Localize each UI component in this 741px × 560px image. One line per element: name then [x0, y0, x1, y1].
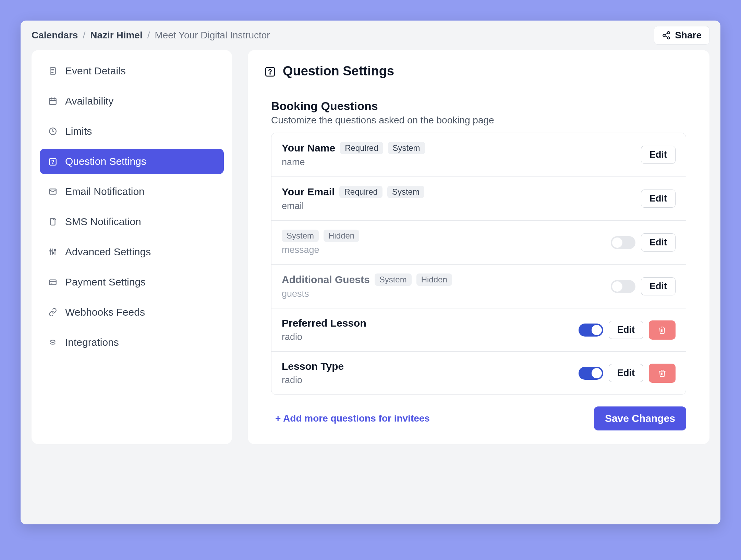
- question-title-line: Additional GuestsSystemHidden: [282, 273, 452, 286]
- question-field-name: radio: [282, 332, 366, 342]
- calendar-question-icon: [264, 65, 276, 77]
- question-actions: Edit: [611, 233, 676, 252]
- question-info: Additional GuestsSystemHiddenguests: [282, 273, 452, 299]
- delete-question-button[interactable]: [649, 320, 676, 340]
- badge-system: System: [375, 273, 412, 286]
- sidebar-item-event-details[interactable]: Event Details: [40, 58, 224, 84]
- edit-question-button[interactable]: Edit: [609, 364, 643, 382]
- edit-question-button[interactable]: Edit: [641, 233, 676, 252]
- toggle-knob: [592, 368, 602, 378]
- main-panel: Question Settings Booking Questions Cust…: [248, 50, 709, 444]
- section-booking-questions: Booking Questions Customize the question…: [264, 87, 693, 430]
- svg-rect-9: [49, 98, 56, 104]
- add-question-link[interactable]: + Add more questions for invitees: [275, 413, 430, 424]
- sidebar-item-label: SMS Notification: [65, 216, 141, 228]
- layers-icon: [48, 338, 58, 347]
- breadcrumb-current: Meet Your Digital Instructor: [155, 30, 270, 41]
- svg-point-28: [270, 74, 270, 74]
- breadcrumb: Calendars / Nazir Himel / Meet Your Digi…: [32, 30, 270, 41]
- mobile-icon: [48, 217, 58, 227]
- question-title: Additional Guests: [282, 274, 370, 285]
- svg-rect-17: [51, 218, 55, 225]
- badge-required: Required: [339, 186, 382, 198]
- question-field-name: message: [282, 245, 359, 255]
- content-wrapper: Event DetailsAvailabilityLimitsQuestion …: [21, 50, 720, 444]
- question-row: Preferred LessonradioEdit: [271, 308, 686, 352]
- sidebar-item-payment-settings[interactable]: Payment Settings: [40, 269, 224, 295]
- link-icon: [48, 307, 58, 317]
- top-bar: Calendars / Nazir Himel / Meet Your Digi…: [21, 21, 720, 50]
- question-info: Your EmailRequiredSystememail: [282, 186, 424, 211]
- question-title-line: Your NameRequiredSystem: [282, 142, 425, 154]
- question-row: Your EmailRequiredSystememailEdit: [271, 177, 686, 221]
- sidebar-item-label: Event Details: [65, 65, 126, 77]
- sidebar-item-label: Webhooks Feeds: [65, 306, 145, 318]
- file-text-icon: [48, 66, 58, 76]
- svg-line-4: [665, 33, 667, 35]
- question-row: SystemHiddenmessageEdit: [271, 221, 686, 265]
- page-heading: Question Settings: [264, 64, 693, 87]
- badge-hidden: Hidden: [324, 230, 359, 242]
- edit-question-button[interactable]: Edit: [609, 321, 643, 339]
- badge-hidden: Hidden: [416, 273, 452, 286]
- svg-point-23: [54, 249, 56, 251]
- sidebar-item-label: Limits: [65, 125, 92, 137]
- edit-question-button[interactable]: Edit: [641, 190, 676, 208]
- breadcrumb-root[interactable]: Calendars: [32, 30, 78, 41]
- sidebar-item-label: Question Settings: [65, 156, 146, 167]
- question-info: Your NameRequiredSystemname: [282, 142, 425, 168]
- question-field-name: guests: [282, 289, 452, 299]
- sidebar-item-question-settings[interactable]: Question Settings: [40, 149, 224, 174]
- sidebar-item-integrations[interactable]: Integrations: [40, 330, 224, 355]
- badge-system: System: [387, 186, 424, 198]
- sidebar-item-email-notification[interactable]: Email Notification: [40, 179, 224, 204]
- sidebar-item-label: Advanced Settings: [65, 246, 151, 258]
- sidebar-item-limits[interactable]: Limits: [40, 119, 224, 144]
- breadcrumb-person[interactable]: Nazir Himel: [90, 30, 143, 41]
- save-changes-button[interactable]: Save Changes: [594, 406, 686, 430]
- sidebar-item-label: Availability: [65, 95, 113, 107]
- sliders-icon: [48, 247, 58, 257]
- badge-required: Required: [340, 142, 383, 154]
- question-row: Lesson TyperadioEdit: [271, 352, 686, 394]
- svg-line-3: [665, 36, 667, 37]
- question-info: Preferred Lessonradio: [282, 317, 366, 342]
- share-button[interactable]: Share: [654, 26, 709, 45]
- edit-question-button[interactable]: Edit: [641, 277, 676, 295]
- share-label: Share: [675, 30, 702, 41]
- svg-point-21: [52, 252, 53, 254]
- edit-question-button[interactable]: Edit: [641, 146, 676, 164]
- share-icon: [662, 31, 671, 40]
- question-info: SystemHiddenmessage: [282, 230, 359, 255]
- question-row: Your NameRequiredSystemnameEdit: [271, 133, 686, 177]
- question-title: Preferred Lesson: [282, 317, 366, 329]
- sidebar-item-availability[interactable]: Availability: [40, 88, 224, 114]
- question-toggle[interactable]: [611, 280, 635, 293]
- question-toggle[interactable]: [579, 324, 603, 337]
- question-title: Your Email: [282, 186, 335, 198]
- question-toggle[interactable]: [579, 367, 603, 380]
- svg-point-15: [52, 163, 53, 163]
- sidebar: Event DetailsAvailabilityLimitsQuestion …: [32, 50, 232, 444]
- toggle-knob: [612, 281, 622, 292]
- mail-icon: [48, 187, 58, 196]
- question-actions: Edit: [611, 277, 676, 295]
- calendar-question-icon: [48, 157, 58, 166]
- trash-icon: [658, 326, 666, 334]
- sidebar-item-webhooks-feeds[interactable]: Webhooks Feeds: [40, 300, 224, 325]
- sidebar-item-advanced-settings[interactable]: Advanced Settings: [40, 239, 224, 265]
- clock-icon: [48, 126, 58, 136]
- footer-row: + Add more questions for invitees Save C…: [271, 395, 686, 430]
- section-title: Booking Questions: [271, 99, 686, 113]
- question-actions: Edit: [579, 364, 676, 383]
- delete-question-button[interactable]: [649, 364, 676, 383]
- sidebar-item-sms-notification[interactable]: SMS Notification: [40, 209, 224, 234]
- sidebar-item-label: Email Notification: [65, 186, 145, 197]
- badge-system: System: [282, 230, 319, 242]
- question-toggle[interactable]: [611, 236, 635, 249]
- question-actions: Edit: [641, 146, 676, 164]
- breadcrumb-separator: /: [147, 30, 150, 41]
- svg-rect-24: [49, 280, 56, 285]
- credit-card-icon: [48, 277, 58, 287]
- question-field-name: radio: [282, 375, 344, 386]
